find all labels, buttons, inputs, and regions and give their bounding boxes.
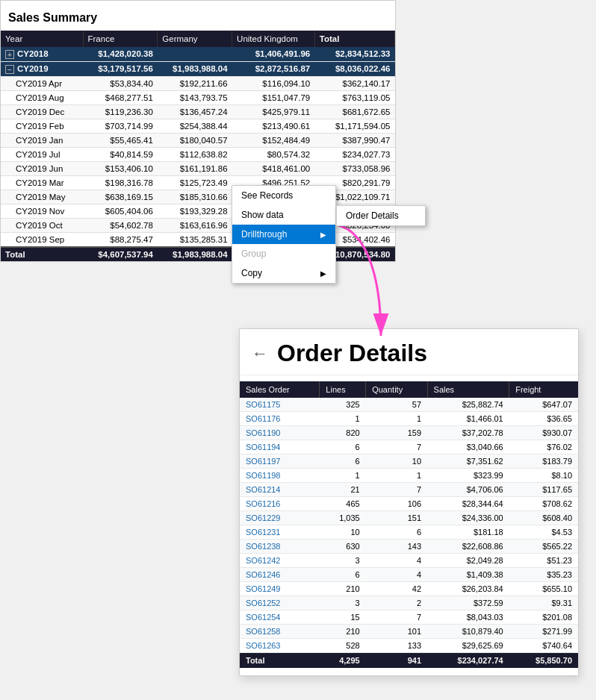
od-freight: $117.65	[509, 483, 578, 497]
od-freight: $8.10	[509, 469, 578, 483]
row-uk: $213,490.61	[232, 119, 315, 133]
od-quantity: 7	[366, 483, 427, 497]
od-lines: 1	[320, 469, 366, 483]
od-sales: $372.59	[427, 596, 509, 610]
sales-table-row[interactable]: CY2019 Dec $119,236.30 $136,457.24 $425,…	[1, 104, 395, 119]
back-icon[interactable]: ←	[252, 344, 268, 363]
order-details-row[interactable]: SO61231 10 6 $181.18 $4.53	[240, 525, 578, 540]
od-order: SO61216	[240, 497, 320, 511]
row-uk: $80,574.32	[232, 147, 315, 161]
od-lines: 10	[320, 525, 366, 540]
expand-icon[interactable]: −	[5, 65, 14, 74]
context-menu-group: Group	[232, 244, 335, 263]
order-details-row[interactable]: SO61214 21 7 $4,706.06 $117.65	[240, 483, 578, 497]
sales-table-row[interactable]: CY2019 Jun $153,406.10 $161,191.86 $418,…	[1, 161, 395, 175]
row-france: $605,404.06	[83, 204, 158, 218]
context-menu-copy[interactable]: Copy ▶	[232, 263, 335, 283]
row-year-label: CY2019 Jan	[1, 133, 83, 147]
od-lines: 210	[320, 625, 366, 639]
row-france: $153,406.10	[83, 161, 158, 175]
row-year-label: CY2019 Mar	[1, 175, 83, 190]
od-lines: 6	[320, 440, 366, 454]
row-france: $40,814.59	[83, 147, 158, 161]
od-quantity: 42	[366, 582, 427, 596]
sales-table-row[interactable]: CY2019 Feb $703,714.99 $254,388.44 $213,…	[1, 119, 395, 133]
context-menu-see-records[interactable]: See Records	[232, 186, 335, 205]
sales-table-row[interactable]: CY2019 Jul $40,814.59 $112,638.82 $80,57…	[1, 147, 395, 161]
order-details-title: Order Details	[277, 340, 427, 367]
od-sales: $10,879.40	[427, 625, 509, 639]
sales-table-row[interactable]: CY2019 Aug $468,277.51 $143,793.75 $151,…	[1, 90, 395, 104]
expand-icon[interactable]: +	[5, 50, 14, 59]
order-details-row[interactable]: SO61249 210 42 $26,203.84 $655.10	[240, 582, 578, 596]
row-france: $1,428,020.38	[83, 47, 158, 61]
row-germany: $161,191.86	[158, 161, 232, 175]
od-order: SO61198	[240, 469, 320, 483]
od-col-quantity: Quantity	[366, 381, 427, 398]
od-sales: $29,625.69	[427, 639, 509, 653]
od-order: SO61214	[240, 483, 320, 497]
row-france: $468,277.51	[83, 90, 158, 104]
od-order: SO61254	[240, 610, 320, 625]
od-lines: 3	[320, 596, 366, 610]
od-sales: $8,043.03	[427, 610, 509, 625]
od-freight: $51.23	[509, 554, 578, 568]
sales-table-row[interactable]: −CY2019 $3,179,517.56 $1,983,988.04 $2,8…	[1, 61, 395, 76]
od-freight: $76.02	[509, 440, 578, 454]
order-details-row[interactable]: SO61229 1,035 151 $24,336.00 $608.40	[240, 511, 578, 525]
copy-arrow-icon: ▶	[320, 269, 326, 278]
od-freight: $201.08	[509, 610, 578, 625]
row-germany: $163,616.96	[158, 218, 232, 232]
order-details-header: ← Order Details	[240, 329, 578, 375]
context-menu-show-data[interactable]: Show data	[232, 205, 335, 225]
order-details-row[interactable]: SO61176 1 1 $1,466.01 $36.65	[240, 412, 578, 426]
order-details-row[interactable]: SO61175 325 57 $25,882.74 $647.07	[240, 398, 578, 412]
row-year-label: CY2019 Nov	[1, 204, 83, 218]
od-freight: $565.22	[509, 540, 578, 554]
row-france: $3,179,517.56	[83, 61, 158, 76]
order-details-row[interactable]: SO61254 15 7 $8,043.03 $201.08	[240, 610, 578, 625]
row-france: $53,834.40	[83, 76, 158, 90]
footer-france: $4,607,537.94	[83, 247, 158, 261]
od-lines: 15	[320, 610, 366, 625]
od-lines: 21	[320, 483, 366, 497]
order-details-row[interactable]: SO61252 3 2 $372.59 $9.31	[240, 596, 578, 610]
od-lines: 1,035	[320, 511, 366, 525]
row-uk: $2,872,516.87	[232, 61, 315, 76]
od-order: SO61231	[240, 525, 320, 540]
order-details-row[interactable]: SO61263 528 133 $29,625.69 $740.64	[240, 639, 578, 653]
sales-table-row[interactable]: CY2019 Apr $53,834.40 $192,211.66 $116,0…	[1, 76, 395, 90]
od-footer-row: Total 4,295 941 $234,027.74 $5,850.70	[240, 653, 578, 669]
order-details-row[interactable]: SO61198 1 1 $323.99 $8.10	[240, 469, 578, 483]
row-france: $703,714.99	[83, 119, 158, 133]
order-details-row[interactable]: SO61194 6 7 $3,040.66 $76.02	[240, 440, 578, 454]
order-details-row[interactable]: SO61238 630 143 $22,608.86 $565.22	[240, 540, 578, 554]
od-quantity: 2	[366, 596, 427, 610]
order-details-row[interactable]: SO61197 6 10 $7,351.62 $183.79	[240, 454, 578, 469]
row-uk: $152,484.49	[232, 133, 315, 147]
drillthrough-order-details[interactable]: Order Details	[337, 206, 425, 225]
od-sales: $1,409.38	[427, 568, 509, 582]
order-details-row[interactable]: SO61246 6 4 $1,409.38 $35.23	[240, 568, 578, 582]
od-quantity: 133	[366, 639, 427, 653]
od-order: SO61176	[240, 412, 320, 426]
od-order: SO61263	[240, 639, 320, 653]
od-order: SO61194	[240, 440, 320, 454]
row-total: $1,171,594.05	[314, 119, 394, 133]
od-lines: 3	[320, 554, 366, 568]
order-details-row[interactable]: SO61258 210 101 $10,879.40 $271.99	[240, 625, 578, 639]
context-menu-drillthrough[interactable]: Drillthrough ▶	[232, 225, 335, 244]
od-freight: $647.07	[509, 398, 578, 412]
sales-table-row[interactable]: CY2019 Jan $55,465.41 $180,040.57 $152,4…	[1, 133, 395, 147]
od-quantity: 159	[366, 426, 427, 440]
order-details-row[interactable]: SO61190 820 159 $37,202.78 $930.07	[240, 426, 578, 440]
order-details-row[interactable]: SO61242 3 4 $2,049.28 $51.23	[240, 554, 578, 568]
sales-table-row[interactable]: +CY2018 $1,428,020.38 $1,406,491.96 $2,8…	[1, 47, 395, 61]
od-lines: 6	[320, 454, 366, 469]
sales-table-header: Year France Germany United Kingdom Total	[1, 31, 395, 47]
od-freight: $35.23	[509, 568, 578, 582]
row-year-label: CY2019 Feb	[1, 119, 83, 133]
row-germany	[158, 47, 232, 61]
order-details-row[interactable]: SO61216 465 106 $28,344.64 $708.62	[240, 497, 578, 511]
col-total: Total	[314, 31, 394, 47]
